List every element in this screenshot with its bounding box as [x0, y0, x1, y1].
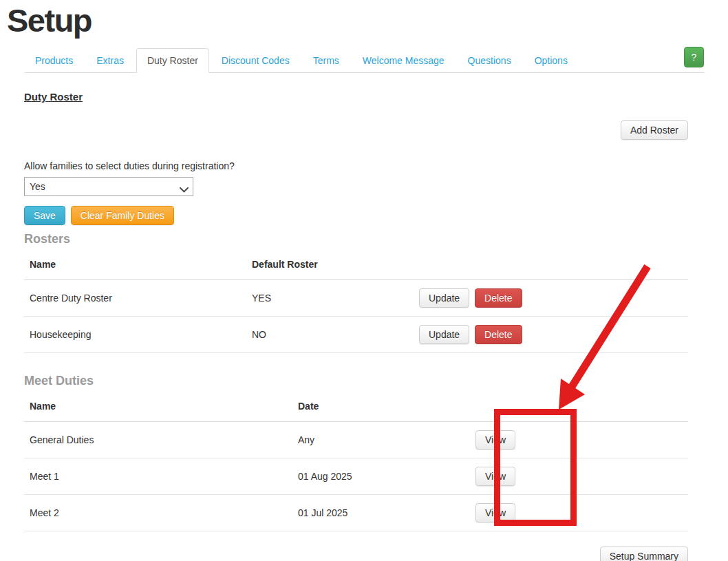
rosters-col-name: Name	[24, 255, 246, 280]
meet-duties-table: Name Date General Duties Any View	[24, 396, 688, 531]
roster-name: Centre Duty Roster	[24, 279, 246, 316]
duty-name: Meet 1	[24, 458, 292, 494]
delete-button[interactable]: Delete	[475, 288, 522, 308]
table-row: Meet 1 01 Aug 2025 View	[24, 458, 688, 494]
content-area: Duty Roster Add Roster Allow families to…	[24, 73, 688, 561]
clear-family-duties-button[interactable]: Clear Family Duties	[71, 206, 174, 225]
roster-default: NO	[246, 316, 414, 352]
view-button[interactable]: View	[475, 467, 515, 486]
help-button[interactable]: ?	[684, 47, 704, 67]
rosters-col-default: Default Roster	[246, 255, 414, 280]
rosters-heading: Rosters	[24, 232, 688, 246]
tab-item[interactable]: Discount Codes	[211, 48, 301, 73]
setup-summary-button[interactable]: Setup Summary	[600, 547, 688, 561]
duty-date: 01 Aug 2025	[292, 458, 470, 494]
update-button[interactable]: Update	[419, 288, 469, 308]
page-title: Setup	[7, 3, 728, 39]
update-button[interactable]: Update	[419, 325, 469, 344]
duty-name: General Duties	[24, 421, 292, 458]
duty-date: Any	[292, 421, 470, 458]
tab-item[interactable]: Duty Roster	[136, 48, 209, 73]
roster-default: YES	[246, 279, 414, 316]
tab-item[interactable]: Extras	[85, 48, 135, 73]
tab-item[interactable]: Products	[24, 48, 84, 73]
rosters-table: Name Default Roster Centre Duty Roster Y…	[24, 255, 688, 353]
view-button[interactable]: View	[475, 430, 515, 449]
save-button[interactable]: Save	[24, 206, 65, 225]
add-roster-button[interactable]: Add Roster	[621, 120, 688, 140]
meet-duties-heading: Meet Duties	[24, 374, 688, 388]
tab-item[interactable]: Terms	[302, 48, 350, 73]
tab-item[interactable]: Options	[524, 48, 579, 73]
setup-page: Setup ? Products Extras Duty Roster Disc…	[0, 3, 728, 561]
allow-duties-label: Allow families to select duties during r…	[24, 160, 688, 171]
view-button[interactable]: View	[475, 503, 515, 522]
table-row: General Duties Any View	[24, 421, 688, 458]
table-row: Housekeeping NO Update Delete	[24, 316, 688, 352]
duty-roster-heading-link[interactable]: Duty Roster	[24, 91, 83, 103]
meet-col-name: Name	[24, 396, 292, 422]
tab-bar: Products Extras Duty Roster Discount Cod…	[24, 48, 704, 73]
duty-name: Meet 2	[24, 494, 292, 531]
meet-col-date: Date	[292, 396, 470, 422]
tab-item[interactable]: Welcome Message	[352, 48, 456, 73]
table-row: Centre Duty Roster YES Update Delete	[24, 279, 688, 316]
delete-button[interactable]: Delete	[475, 325, 522, 344]
tab-item[interactable]: Questions	[457, 48, 522, 73]
table-row: Meet 2 01 Jul 2025 View	[24, 494, 688, 531]
roster-name: Housekeeping	[24, 316, 246, 352]
duty-date: 01 Jul 2025	[292, 494, 470, 531]
allow-duties-select-wrap: Yes	[24, 177, 193, 196]
allow-duties-select[interactable]: Yes	[24, 177, 193, 196]
